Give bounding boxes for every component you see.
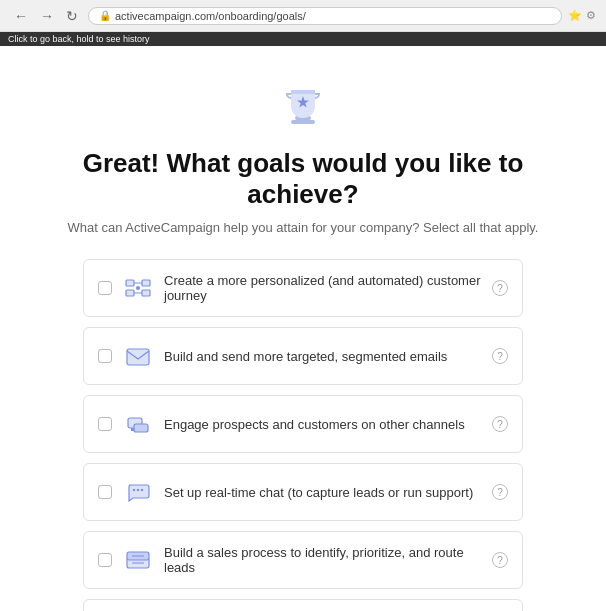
help-icon-4[interactable]: ?: [492, 484, 508, 500]
icon-chat: [122, 476, 154, 508]
svg-point-13: [141, 489, 143, 491]
icon-sales: [122, 544, 154, 576]
back-button[interactable]: ←: [10, 6, 32, 26]
checkbox-4[interactable]: [98, 485, 112, 499]
lock-icon: 🔒: [99, 10, 111, 21]
option-text-4: Set up real-time chat (to capture leads …: [164, 485, 482, 500]
icon-automation: [122, 272, 154, 304]
option-text-2: Build and send more targeted, segmented …: [164, 349, 482, 364]
help-icon-3[interactable]: ?: [492, 416, 508, 432]
svg-rect-2: [126, 280, 134, 286]
page-title: Great! What goals would you like to achi…: [60, 148, 546, 210]
svg-rect-10: [131, 428, 134, 431]
option-item-5[interactable]: Build a sales process to identify, prior…: [83, 531, 523, 589]
option-text-5: Build a sales process to identify, prior…: [164, 545, 482, 575]
svg-point-12: [137, 489, 139, 491]
option-item-2[interactable]: Build and send more targeted, segmented …: [83, 327, 523, 385]
help-icon-2[interactable]: ?: [492, 348, 508, 364]
checkbox-5[interactable]: [98, 553, 112, 567]
svg-rect-1: [291, 120, 315, 124]
svg-rect-7: [127, 349, 149, 365]
checkbox-1[interactable]: [98, 281, 112, 295]
tooltip-bar: Click to go back, hold to see history: [0, 32, 606, 46]
options-list: Create a more personalized (and automate…: [83, 259, 523, 611]
svg-rect-5: [142, 290, 150, 296]
checkbox-3[interactable]: [98, 417, 112, 431]
option-text-1: Create a more personalized (and automate…: [164, 273, 482, 303]
svg-point-11: [133, 489, 135, 491]
svg-point-6: [136, 286, 140, 290]
icon-channels: [122, 408, 154, 440]
option-item-1[interactable]: Create a more personalized (and automate…: [83, 259, 523, 317]
forward-button[interactable]: →: [36, 6, 58, 26]
reload-button[interactable]: ↻: [62, 6, 82, 26]
option-item-6[interactable]: Track and maintain customer data for ful…: [83, 599, 523, 611]
trophy-icon: [275, 76, 331, 132]
svg-rect-9: [134, 424, 148, 432]
svg-rect-4: [126, 290, 134, 296]
browser-toolbar: ← → ↻ 🔒 activecampaign.com/onboarding/go…: [0, 0, 606, 32]
checkbox-2[interactable]: [98, 349, 112, 363]
url-text: activecampaign.com/onboarding/goals/: [115, 10, 306, 22]
option-item-3[interactable]: Engage prospects and customers on other …: [83, 395, 523, 453]
nav-buttons: ← → ↻: [10, 6, 82, 26]
browser-actions: ⭐ ⚙: [568, 9, 596, 22]
url-bar[interactable]: 🔒 activecampaign.com/onboarding/goals/: [88, 7, 562, 25]
option-text-3: Engage prospects and customers on other …: [164, 417, 482, 432]
page-subtitle: What can ActiveCampaign help you attain …: [68, 220, 539, 235]
help-icon-5[interactable]: ?: [492, 552, 508, 568]
icon-email: [122, 340, 154, 372]
option-item-4[interactable]: Set up real-time chat (to capture leads …: [83, 463, 523, 521]
help-icon-1[interactable]: ?: [492, 280, 508, 296]
svg-rect-3: [142, 280, 150, 286]
page-content: Great! What goals would you like to achi…: [0, 46, 606, 611]
